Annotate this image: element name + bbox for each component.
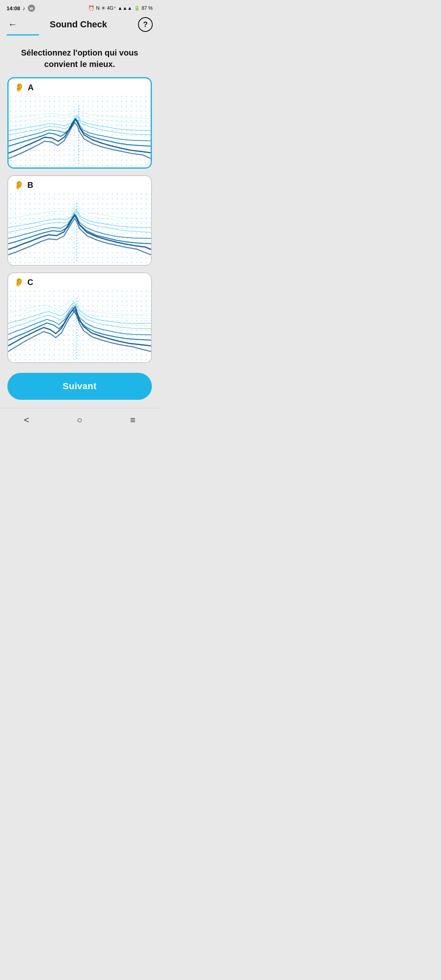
option-label-a: A <box>28 83 33 92</box>
option-header-a: 👂 A <box>9 78 151 94</box>
back-button[interactable]: ← <box>7 18 19 31</box>
wave-svg-b <box>8 192 151 265</box>
signal-icon: N <box>96 5 100 11</box>
option-header-b: 👂 B <box>8 176 151 192</box>
time: 14:08 <box>7 5 20 11</box>
page-title: Sound Check <box>19 19 138 30</box>
battery-percent: 87 % <box>142 5 153 11</box>
instruction-text: Sélectionnez l'option qui vous convient … <box>0 36 159 77</box>
option-card-b[interactable]: 👂 B <box>7 175 152 266</box>
alarm-icon: ⏰ <box>88 5 94 11</box>
wear-icon: w <box>28 4 35 12</box>
option-card-c[interactable]: 👂 C <box>7 272 152 363</box>
svg-rect-12 <box>8 289 151 362</box>
nav-menu-button[interactable]: ≡ <box>124 413 142 427</box>
option-label-b: B <box>27 180 33 190</box>
ear-icon-b: 👂 <box>14 180 24 190</box>
music-icon: ♪ <box>22 5 25 11</box>
network-icon: 4G⁺ <box>107 5 116 11</box>
status-bar: 14:08 ♪ w ⏰ N ✳ 4G⁺ ▲▲▲ 🔋 87 % <box>0 0 159 15</box>
ear-icon-a: 👂 <box>14 82 24 92</box>
signal-bars-icon: ▲▲▲ <box>118 5 132 11</box>
next-btn-container: Suivant <box>0 363 159 408</box>
wave-svg-c <box>8 289 151 362</box>
status-left: 14:08 ♪ w <box>7 4 35 12</box>
battery-icon: 🔋 <box>134 5 140 11</box>
status-right: ⏰ N ✳ 4G⁺ ▲▲▲ 🔋 87 % <box>88 5 153 11</box>
options-container: 👂 A <box>0 77 159 363</box>
top-nav: ← Sound Check ? <box>0 15 159 32</box>
bottom-nav: < ○ ≡ <box>0 408 159 434</box>
wave-container-c <box>8 289 151 362</box>
option-label-c: C <box>27 278 33 287</box>
wave-svg-a <box>9 94 151 167</box>
option-header-c: 👂 C <box>8 273 151 289</box>
bluetooth-icon: ✳ <box>101 5 105 11</box>
wave-container-b <box>8 192 151 265</box>
help-button[interactable]: ? <box>138 17 153 32</box>
nav-home-button[interactable]: ○ <box>70 413 89 427</box>
ear-icon-c: 👂 <box>14 277 24 287</box>
nav-back-button[interactable]: < <box>18 413 36 427</box>
main-content: Sélectionnez l'option qui vous convient … <box>0 36 159 408</box>
next-button[interactable]: Suivant <box>7 373 152 400</box>
wave-container-a <box>9 94 151 167</box>
option-card-a[interactable]: 👂 A <box>7 77 152 169</box>
